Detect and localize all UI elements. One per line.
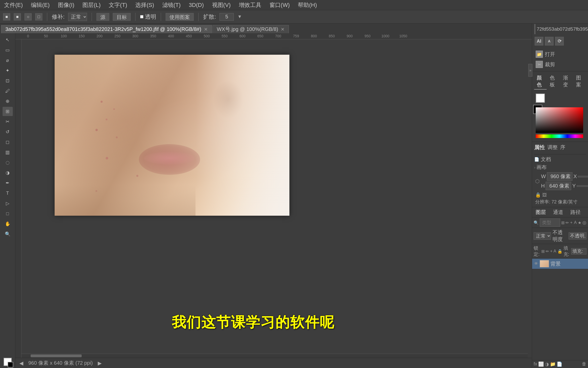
layers-filter-icon-3[interactable]: + — [570, 220, 573, 226]
menu-select[interactable]: 选择(S) — [134, 1, 155, 9]
lock-draw-icon[interactable]: ✏ — [546, 249, 549, 254]
lock-w-icon[interactable]: 🔒 — [535, 192, 541, 198]
width-value[interactable]: 960 像素 — [547, 172, 572, 181]
scrollbar-h-thumb[interactable] — [31, 354, 82, 357]
tool-eraser[interactable]: ◻ — [3, 137, 13, 147]
height-value[interactable]: 640 像素 — [546, 182, 571, 190]
ai-pen-icon[interactable]: AI — [535, 37, 543, 45]
scrollbar-horizontal[interactable] — [15, 354, 528, 358]
transparent-check-input[interactable] — [140, 15, 143, 18]
tool-patch[interactable]: ⊞ — [3, 107, 13, 116]
tool-lasso[interactable]: ⌀ — [3, 56, 13, 65]
layers-filter-icon-5[interactable]: ★ — [578, 220, 581, 226]
tool-crop[interactable]: ⊡ — [3, 76, 13, 85]
layer-item-background[interactable]: 👁 背景 — [532, 259, 588, 269]
props-adjust-tab[interactable]: 调整 — [547, 144, 558, 153]
tab-gradient-color[interactable]: 渐变 — [560, 73, 573, 89]
tab-main-file[interactable]: 3ab072d57fb395a552d0ea8701c35f3ab822021-… — [1, 25, 212, 33]
toolbar-shape-4[interactable]: □ — [35, 13, 42, 20]
new-group-icon[interactable]: 📁 — [550, 361, 556, 367]
photo-icon[interactable]: 🖼 — [542, 192, 547, 198]
tool-history-brush[interactable]: ↺ — [3, 127, 13, 136]
ai-move-icon[interactable]: ⟳ — [555, 37, 564, 45]
add-mask-icon[interactable]: ⬜ — [538, 361, 544, 367]
tool-marquee[interactable]: ▭ — [3, 45, 13, 55]
menu-filter[interactable]: 滤镜(T) — [161, 1, 182, 9]
layers-filter-toggle[interactable]: ◎ — [582, 220, 586, 225]
x-value[interactable] — [578, 176, 588, 177]
layers-filter-icon-2[interactable]: ✏ — [566, 220, 569, 226]
canvas-area[interactable]: 我们这节课学习的软件呢 — [15, 33, 532, 358]
layer-fill-input[interactable] — [571, 248, 586, 255]
color-gradient-picker[interactable] — [536, 107, 583, 133]
tool-clone[interactable]: ✂ — [3, 117, 13, 126]
expand-input[interactable] — [219, 13, 234, 21]
tab-layers[interactable]: 图层 — [532, 207, 549, 217]
menu-layer[interactable]: 图层(L) — [81, 1, 102, 9]
tool-heal[interactable]: ⊕ — [3, 97, 13, 106]
tool-blur[interactable]: ◌ — [3, 158, 13, 167]
foreground-color[interactable] — [536, 94, 545, 103]
transparent-checkbox[interactable]: 透明 — [140, 13, 156, 21]
toolbar-shape-3[interactable]: ○ — [24, 13, 32, 20]
menu-help[interactable]: 帮助(H) — [296, 1, 318, 9]
tab-main-close[interactable]: ✕ — [204, 27, 208, 32]
tool-hand[interactable]: ✋ — [3, 219, 13, 228]
layers-filter-icon-4[interactable]: A — [574, 220, 577, 226]
tab-paths[interactable]: 路径 — [567, 207, 584, 217]
tab-channels[interactable]: 通道 — [549, 207, 567, 217]
layer-name[interactable]: 背景 — [550, 260, 586, 267]
add-layer-effect-icon[interactable]: fx — [534, 361, 537, 367]
menu-3d[interactable]: 3D(D) — [187, 1, 205, 9]
delete-layer-icon[interactable]: 🗑 — [582, 361, 586, 367]
mode-select[interactable]: 正常 — [68, 13, 87, 21]
menu-edit[interactable]: 编辑(E) — [29, 1, 51, 9]
lock-art-icon[interactable]: A — [554, 249, 556, 254]
tool-text[interactable]: T — [3, 189, 13, 198]
expand-dropdown-icon[interactable]: ▼ — [237, 14, 242, 19]
lock-move-icon[interactable]: + — [550, 249, 552, 254]
dest-btn[interactable]: 目标 — [113, 13, 131, 21]
menu-image[interactable]: 图像(I) — [56, 1, 76, 9]
ai-type-icon[interactable]: A — [545, 37, 554, 45]
photo-canvas[interactable] — [55, 55, 289, 216]
tab-wx-file[interactable]: WX号.jpg @ 100%(RGB/8) ✕ — [213, 25, 289, 33]
menu-window[interactable]: 窗口(W) — [268, 1, 291, 9]
layer-visibility-icon[interactable]: 👁 — [534, 261, 538, 266]
history-item-open[interactable]: 📁 打开 — [534, 49, 586, 59]
layer-opacity-input[interactable] — [569, 232, 586, 239]
use-pattern-btn[interactable]: 使用图案 — [166, 13, 194, 21]
layers-filter-icon-1[interactable]: ⊞ — [561, 220, 565, 226]
tool-eyedropper[interactable]: 🖊 — [3, 86, 13, 96]
lock-all-icon[interactable]: 🔒 — [557, 249, 562, 254]
menu-text[interactable]: 文字(T) — [107, 1, 129, 9]
new-adjustment-icon[interactable]: ◑ — [545, 361, 549, 367]
right-panel-collapse[interactable]: » — [528, 64, 532, 77]
layers-type-filter[interactable] — [540, 218, 560, 227]
toolbar-shape-2[interactable]: ■ — [14, 13, 21, 20]
tab-color[interactable]: 颜色 — [534, 73, 547, 89]
color-hue-slider[interactable] — [536, 134, 583, 138]
source-btn[interactable]: 源 — [96, 13, 109, 21]
tool-magic-wand[interactable]: ✦ — [3, 66, 13, 75]
menu-plugins[interactable]: 增效工具 — [237, 1, 263, 9]
y-value[interactable] — [577, 185, 588, 187]
tab-swatches[interactable]: 色板 — [547, 73, 560, 89]
tool-dodge[interactable]: ◑ — [3, 168, 13, 177]
tool-move[interactable]: ↖ — [3, 35, 13, 44]
toolbar-shape-1[interactable]: ■ — [3, 13, 10, 20]
tool-path-select[interactable]: ▷ — [3, 199, 13, 208]
tool-pen[interactable]: ✒ — [3, 178, 13, 188]
menu-view[interactable]: 视图(V) — [211, 1, 232, 9]
tab-pattern[interactable]: 图案 — [573, 73, 586, 89]
tool-shape[interactable]: □ — [3, 209, 13, 218]
tab-wx-close[interactable]: ✕ — [281, 27, 285, 32]
history-item-crop[interactable]: ✂ 裁剪 — [534, 59, 586, 70]
status-prev[interactable]: ◀ — [19, 360, 23, 366]
tool-gradient[interactable]: ▥ — [3, 148, 13, 157]
menu-file[interactable]: 文件(E) — [3, 1, 24, 9]
props-seq-tab[interactable]: 序 — [560, 144, 565, 153]
status-next[interactable]: ▶ — [98, 360, 102, 366]
layer-blend-mode[interactable]: 正常 — [534, 232, 551, 240]
tool-zoom[interactable]: 🔍 — [3, 229, 13, 239]
